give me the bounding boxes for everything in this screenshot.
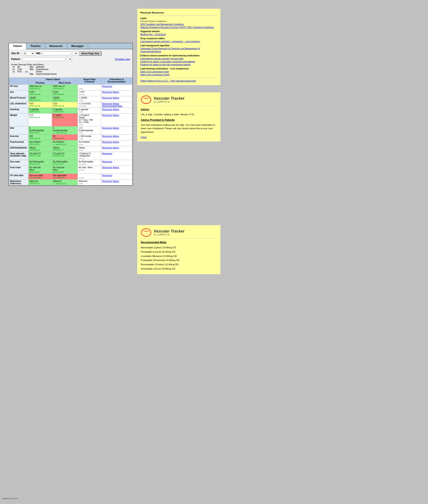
recommended-meds-link[interactable]: Recommended Meds <box>102 105 131 107</box>
md-select[interactable]: ▼ <box>72 51 78 56</box>
row-name: MedicationAdherence <box>9 180 28 185</box>
resources-link[interactable]: Resources <box>102 114 112 116</box>
row-info[interactable]: Resources Advice <box>101 135 132 140</box>
row-info[interactable]: Resources Advice <box>101 146 132 152</box>
hypercholesterolemia-link[interactable]: Suggested Clinical Approach for Detectio… <box>140 47 217 53</box>
table-row: Urine albumin(ACR/24hr UAE)0.8 g/mol Cr2… <box>9 152 132 160</box>
resources-link[interactable]: Resources <box>102 108 112 111</box>
row-info[interactable]: Resources <box>101 152 132 160</box>
high-risk-link[interactable]: Evidence for statins in high risk hypert… <box>140 63 217 66</box>
resources-link[interactable]: Resources <box>102 174 112 177</box>
canadian-lipid-link[interactable]: 2003 Canadian Lipid Management Guideline… <box>140 23 217 26</box>
resources-link[interactable]: Resources <box>102 160 112 163</box>
row-previous: Adherent2005-Jul-14 <box>28 180 52 185</box>
row-info[interactable]: Resources Advice <box>101 96 132 102</box>
row-name: LDL-cholesterol <box>9 102 28 108</box>
row-target: >=4fruits&vegs/day3 mo. <box>78 126 101 135</box>
major-trials-link[interactable]: Lipid-lowering agents summary of major t… <box>140 57 217 60</box>
advice-link[interactable]: Advice <box>113 180 119 182</box>
site-id-select[interactable]: 02 <box>22 51 34 56</box>
resources-link[interactable]: Resources <box>102 85 112 87</box>
table-row: Eye examNo Retinopathy2005-Jul-14No Reti… <box>9 160 132 166</box>
advice-link[interactable]: Advice <box>113 108 119 111</box>
most-recent-header: Most recent <box>52 81 78 85</box>
resources-link[interactable]: Resources <box>102 135 112 137</box>
row-name: Exercise <box>9 135 28 140</box>
close-advice-link[interactable]: Close <box>141 136 147 138</box>
row-info[interactable]: Resources Advice <box>101 108 132 114</box>
row-info[interactable]: Resources Advice <box>101 140 132 146</box>
tab-patient[interactable]: Patient <box>9 43 26 49</box>
footer: cod4source.com <box>2 497 18 500</box>
advice-link[interactable]: Advice <box>113 127 119 129</box>
resources-link[interactable]: Resources <box>102 180 112 182</box>
row-info[interactable]: Resources <box>101 160 132 166</box>
table-row: Weight0.772005-Oct-2527 kg/m22005-Dec-13… <box>9 114 132 126</box>
resources-link[interactable]: Resources <box>102 102 112 105</box>
statin-cost-graph-link[interactable]: Statin Cost Comparison Graph <box>140 73 217 76</box>
ncep-link[interactable]: National Cholesterol Education Program (… <box>140 26 217 29</box>
resources-link[interactable]: Resources <box>102 141 112 143</box>
advice-link[interactable]: Advice <box>113 147 119 149</box>
row-info[interactable]: Resources Advice <box>101 180 132 185</box>
row-recent: 0.5 g/mol Cr2006-Mar-08 <box>52 152 78 160</box>
advice-patients-title: Advice Provided to Patients <box>141 118 217 122</box>
tab-resources[interactable]: Resources <box>45 43 67 49</box>
row-previous: No Problem2005-Jul-14 <box>28 140 52 146</box>
advice-link[interactable]: Advice <box>113 166 119 169</box>
patient-input[interactable] <box>22 57 65 61</box>
medline-link[interactable]: Medline Plus – Cholesterol <box>140 33 217 36</box>
row-name: ASA/Antiplatelet <box>9 146 28 152</box>
resources-link[interactable]: Resources <box>102 152 112 155</box>
medication-item: Atorvastatin (Lipitor) 10-80mg OD <box>141 246 217 250</box>
md-label: MD: <box>36 52 41 55</box>
svg-text:COMPETE: COMPETE <box>143 231 149 232</box>
advice-link[interactable]: Advice <box>113 102 119 105</box>
resources-link[interactable]: Resources <box>102 91 112 93</box>
row-name: FP Visit <box>9 85 28 91</box>
row-previous: 2002005-Apr-28 <box>28 135 52 140</box>
advice-link[interactable]: Advice <box>113 91 119 93</box>
advice-link[interactable]: Advice <box>113 135 119 137</box>
row-info[interactable]: Resources <box>101 85 132 91</box>
recommended-compete-logo: COMPETE ● <box>141 228 151 237</box>
show-page-size-button[interactable]: Show Page Size <box>79 51 101 56</box>
row-info[interactable]: Resources <box>101 174 132 180</box>
lipid-lowering-summary-link[interactable]: Lipid-lowering agents summary - comparis… <box>140 40 217 43</box>
resources-link[interactable]: Resources <box>102 166 112 169</box>
table-row: Diet5fruits&vegs/day2005-Jul-145fruits&v… <box>9 126 132 135</box>
statin-cost-chart-link[interactable]: Statin Cost Comparison Chart <box>140 70 217 73</box>
row-name: Urine albumin(ACR/24hr UAE) <box>9 152 28 160</box>
row-info[interactable]: Resources Advice <box>101 114 132 126</box>
resources-link[interactable]: Resources <box>102 97 112 99</box>
secondary-prevention-link[interactable]: Evidence for statins in secondary preven… <box>140 60 217 63</box>
tab-practice[interactable]: Practice <box>26 43 45 49</box>
printable-page-link[interactable]: Printable page <box>115 58 130 60</box>
row-target: < 0.073-6 mo. <box>78 91 101 96</box>
row-info[interactable]: Resources Advice <box>101 91 132 96</box>
row-recent: 5fruits&vegs/day☺ 2005-Oct-25 <box>52 126 78 135</box>
patient-referral-link[interactable]: Patient Referral Form to CCC – Brief Vas… <box>140 80 217 83</box>
medication-item: Simvastatin (Zocor) 20-80mg OD <box>141 267 217 271</box>
row-info[interactable]: Resources AdviceRecommended Meds <box>101 102 132 108</box>
row-target: Taking3 mo. <box>78 146 101 152</box>
advice-link[interactable]: Advice <box>113 114 119 116</box>
tab-messages[interactable]: Messages <box>67 43 88 49</box>
row-target: No Vasc. Abns.12 mo. <box>78 166 101 174</box>
row-recent: Adherent☺ 2005-Oct-25 <box>52 180 78 185</box>
table-row: A1c0.0572006-Jan-090.0532006-Mar-08< 0.0… <box>9 91 132 96</box>
table-row: ASA/AntiplateletTaking2005-Dec-13Taking2… <box>9 146 132 152</box>
advice-link[interactable]: Advice <box>113 141 119 143</box>
patient-select[interactable]: ▼ <box>67 57 72 61</box>
resources-link[interactable]: Resources <box>102 147 112 149</box>
row-target: 3 mo. <box>78 85 101 91</box>
md-input[interactable] <box>43 51 71 55</box>
advice-link[interactable]: Advice <box>113 97 119 99</box>
svg-text:●: ● <box>146 233 146 234</box>
row-info[interactable]: Resources Advice <box>101 126 132 135</box>
row-target: < 130/803 mo. <box>78 96 101 102</box>
resources-link[interactable]: Resources <box>102 127 112 129</box>
row-info[interactable]: Resources Advice <box>101 166 132 174</box>
row-name: Psychosocial <box>9 140 28 146</box>
row-recent: 27 kg/m22005-Dec-13 <box>52 114 78 126</box>
